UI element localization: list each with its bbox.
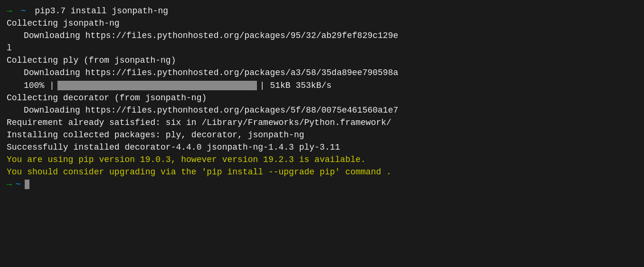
prompt-arrow-2: → [7,178,12,191]
terminal-cursor [25,180,29,189]
output-line-10: Successfully installed decorator-4.4.0 j… [7,141,637,153]
output-line-2: Downloading https://files.pythonhosted.o… [7,29,637,42]
output-line-9: Installing collected packages: ply, deco… [7,129,637,141]
progress-bar-line: 100% | | 51kB 353kB/s [7,79,637,92]
output-line-3: l [7,42,637,54]
output-line-8: Requirement already satisfied: six in /L… [7,116,637,129]
progress-size: | 51kB 353kB/s [260,79,331,92]
prompt-space2 [28,5,33,17]
prompt-arrow: → [7,5,12,17]
warning-text-2: You should consider upgrading via the 'p… [7,166,391,178]
output-text-4: Collecting ply (from jsonpath-ng) [7,54,176,67]
warning-text-1: You are using pip version 19.0.3, howeve… [7,153,366,166]
progress-percent: 100% | [24,79,55,92]
output-text-10: Successfully installed decorator-4.4.0 j… [7,141,340,153]
empty-prompt-line: → ~ [7,178,637,191]
warning-line-1: You are using pip version 19.0.3, howeve… [7,153,637,166]
output-text-3: l [7,42,12,54]
output-text-1: Collecting jsonpath-ng [7,17,120,29]
output-line-6: Collecting decorator (from jsonpath-ng) [7,92,637,104]
output-text-2: Downloading https://files.pythonhosted.o… [24,29,398,42]
output-line-1: Collecting jsonpath-ng [7,17,637,29]
warning-line-2: You should consider upgrading via the 'p… [7,166,637,178]
output-line-7: Downloading https://files.pythonhosted.o… [7,104,637,116]
output-text-9: Installing collected packages: ply, deco… [7,129,304,141]
prompt-space [14,5,19,17]
output-text-8: Requirement already satisfied: six in /L… [7,116,391,129]
output-text-5: Downloading https://files.pythonhosted.o… [24,67,398,79]
output-line-4: Collecting ply (from jsonpath-ng) [7,54,637,67]
command-line: → ~ pip3.7 install jsonpath-ng [7,5,637,17]
command-text: pip3.7 install jsonpath-ng [35,5,168,17]
output-line-5: Downloading https://files.pythonhosted.o… [7,67,637,79]
output-text-7: Downloading https://files.pythonhosted.o… [24,104,398,116]
prompt-tilde-2: ~ [16,178,21,191]
output-text-6: Collecting decorator (from jsonpath-ng) [7,92,207,104]
prompt-tilde: ~ [21,5,26,17]
progress-bar-fill [57,81,257,90]
terminal-window: → ~ pip3.7 install jsonpath-ng Collectin… [0,0,644,267]
